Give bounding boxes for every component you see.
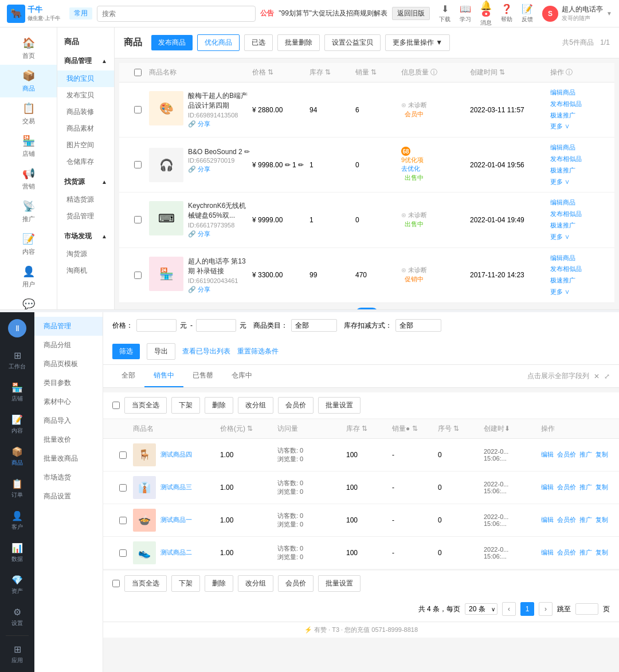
ds-workbench[interactable]: ⊞ 工作台 — [0, 344, 34, 376]
row2-optimize-link[interactable]: 去优化 — [401, 164, 470, 173]
market-discover-section[interactable]: 市场发现 ▲ — [57, 227, 114, 246]
ws-product-group[interactable]: 商品分组 — [34, 336, 103, 355]
bt-delete-btn-bottom[interactable]: 删除 — [205, 575, 233, 592]
row3-share-link[interactable]: 🔗 分享 — [188, 230, 252, 238]
close-cols-icon[interactable]: ✕ — [594, 372, 600, 380]
ws-product-import[interactable]: 商品导入 — [34, 411, 103, 430]
row2-more-link[interactable]: 更多 ∨ — [550, 176, 608, 188]
user-info[interactable]: S 超人的电话亭 发哥的随声 ▼ — [542, 5, 612, 22]
ds-assets[interactable]: 💎 资产 — [0, 569, 34, 601]
expand-icon[interactable]: ⤢ — [604, 372, 610, 380]
bt-off-shelf-btn-bottom[interactable]: 下架 — [171, 575, 200, 592]
export-btn[interactable]: 导出 — [147, 343, 175, 360]
bt-row3-member-price[interactable]: 会员价 — [557, 514, 576, 526]
help-btn[interactable]: ❓ 帮助 — [501, 3, 512, 23]
sidebar-item-store[interactable]: 🏪 店铺 — [0, 130, 57, 163]
prev-page-btn[interactable]: ‹ — [502, 602, 516, 616]
bt-row3-name[interactable]: 测试商品一 — [160, 514, 192, 526]
publish-product-btn[interactable]: 发布商品 — [151, 35, 193, 50]
my-items-link[interactable]: 我的宝贝 — [57, 70, 114, 87]
scroll-btn[interactable]: ⋯ — [355, 308, 378, 309]
ws-product-mgmt[interactable]: 商品管理 — [34, 317, 103, 336]
bt-row4-promote[interactable]: 推广 — [579, 547, 592, 559]
row4-edit-link[interactable]: 编辑商品 — [550, 253, 608, 264]
row2-share-link[interactable]: 🔗 分享 — [188, 165, 250, 174]
tab-warehouse[interactable]: 仓库中 — [222, 365, 261, 387]
next-page-btn[interactable]: › — [539, 602, 553, 616]
tab-right-actions[interactable]: 点击展示全部字段列 ✕ ⤢ — [527, 371, 610, 381]
nav-tag[interactable]: 常用 — [69, 7, 92, 19]
ds-app[interactable]: ⊞ 应用 — [0, 638, 34, 670]
row1-more-link[interactable]: 更多 ∨ — [550, 121, 608, 132]
bt-row4-edit[interactable]: 编辑 — [541, 547, 554, 559]
page-1-btn[interactable]: 1 — [520, 602, 534, 616]
ds-store[interactable]: 🏪 店铺 — [0, 376, 34, 408]
th-created[interactable]: 创建时间 ⇅ — [470, 68, 550, 77]
sidebar-item-home[interactable]: 🏠 首页 — [0, 32, 57, 65]
row3-checkbox[interactable] — [126, 216, 149, 223]
publish-item-link[interactable]: 发布宝贝 — [57, 87, 114, 104]
ds-product[interactable]: 📦 商品 — [0, 441, 34, 473]
warehouse-link[interactable]: 仓储库存 — [57, 154, 114, 170]
row4-more-link[interactable]: 更多 ∨ — [550, 286, 608, 298]
goods-mgmt-link[interactable]: 货品管理 — [57, 208, 114, 225]
ws-product-template[interactable]: 商品页模板 — [34, 355, 103, 374]
bt-row1-member-price[interactable]: 会员价 — [557, 449, 576, 461]
row3-more-link[interactable]: 更多 ∨ — [550, 231, 608, 243]
row1-product-name[interactable]: 酸梅干超人的B端产品设计第四期 — [188, 91, 252, 111]
image-space-link[interactable]: 图片空间 — [57, 137, 114, 154]
set-charity-btn[interactable]: 设置公益宝贝 — [324, 34, 381, 51]
view-exported-link[interactable]: 查看已导出列表 — [182, 347, 230, 356]
ws-batch-price[interactable]: 批量改价 — [34, 430, 103, 449]
ws-product-settings[interactable]: 商品设置 — [34, 487, 103, 506]
bt-row1-edit[interactable]: 编辑 — [541, 449, 554, 461]
bth-sales[interactable]: 销量● ⇅ — [392, 424, 438, 434]
bth-name[interactable]: 商品名 — [133, 424, 220, 434]
th-sales[interactable]: 销量 ⇅ — [355, 68, 401, 77]
row3-promote-link[interactable]: 极速推广 — [550, 220, 608, 231]
th-stock[interactable]: 库存 ⇅ — [310, 68, 355, 77]
bt-row1-copy[interactable]: 复制 — [596, 449, 608, 461]
bt-member-price-btn-bottom[interactable]: 会员价 — [278, 575, 314, 592]
bt-row4-member-price[interactable]: 会员价 — [557, 547, 576, 559]
row1-promote-link[interactable]: 极速推广 — [550, 110, 608, 121]
row4-similar-link[interactable]: 发布相似品 — [550, 264, 608, 275]
study-btn[interactable]: 📖 学习 — [460, 3, 471, 23]
bt-row3-copy[interactable]: 复制 — [596, 514, 608, 526]
row2-promote-link[interactable]: 极速推广 — [550, 165, 608, 176]
row3-similar-link[interactable]: 发布相似品 — [550, 209, 608, 220]
row3-product-name[interactable]: KeychronK6无线机械键盘65%双... — [188, 201, 252, 221]
message-btn[interactable]: 🔔 ● 消息 — [480, 0, 492, 27]
sidebar-item-user[interactable]: 👤 用户 — [0, 261, 57, 293]
row4-share-link[interactable]: 🔗 分享 — [188, 285, 252, 294]
return-old-btn[interactable]: 返回旧版 — [392, 7, 430, 20]
ds-settings[interactable]: ⚙ 设置 — [0, 601, 34, 633]
bt-change-group-btn-bottom[interactable]: 改分组 — [238, 575, 273, 592]
bt-row2-edit[interactable]: 编辑 — [541, 482, 554, 493]
bt-row4-name[interactable]: 测试商品二 — [160, 547, 192, 559]
product-mgmt-section[interactable]: 商品管理 ▲ — [57, 52, 114, 70]
bt-row4-checkbox[interactable] — [112, 549, 133, 557]
sidebar-item-content[interactable]: 📝 内容 — [0, 228, 57, 261]
bth-stock[interactable]: 库存 ⇅ — [346, 424, 392, 434]
tab-selling[interactable]: 销售中 — [144, 365, 183, 387]
ws-batch-product[interactable]: 批量改商品 — [34, 449, 103, 468]
row2-checkbox[interactable] — [126, 161, 149, 168]
price-max-input[interactable] — [196, 319, 236, 332]
bt-row3-promote[interactable]: 推广 — [579, 514, 592, 526]
row4-product-name[interactable]: 超人的电话亭 第13期 补录链接 — [188, 257, 252, 276]
price-min-input[interactable] — [136, 319, 177, 332]
find-goods-section[interactable]: 找货源 ▲ — [57, 172, 114, 191]
more-batch-btn[interactable]: 更多批量操作 ▼ — [385, 34, 450, 51]
bt-row3-edit[interactable]: 编辑 — [541, 514, 554, 526]
optimize-product-btn[interactable]: 优化商品 — [197, 34, 240, 51]
announcement-text[interactable]: "99划算节"大促玩法及招商规则解表 — [279, 9, 387, 18]
row1-edit-link[interactable]: 编辑商品 — [550, 87, 608, 99]
ws-market-select[interactable]: 市场选货 — [34, 468, 103, 487]
stock-select[interactable]: 全部 — [395, 319, 441, 332]
bt-off-shelf-btn[interactable]: 下架 — [171, 397, 200, 414]
product-decor-link[interactable]: 商品装修 — [57, 104, 114, 120]
sidebar-item-marketing[interactable]: 📢 营销 — [0, 163, 57, 195]
row2-edit-link[interactable]: 编辑商品 — [550, 142, 608, 154]
bt-select-all-bottom[interactable] — [112, 580, 120, 587]
